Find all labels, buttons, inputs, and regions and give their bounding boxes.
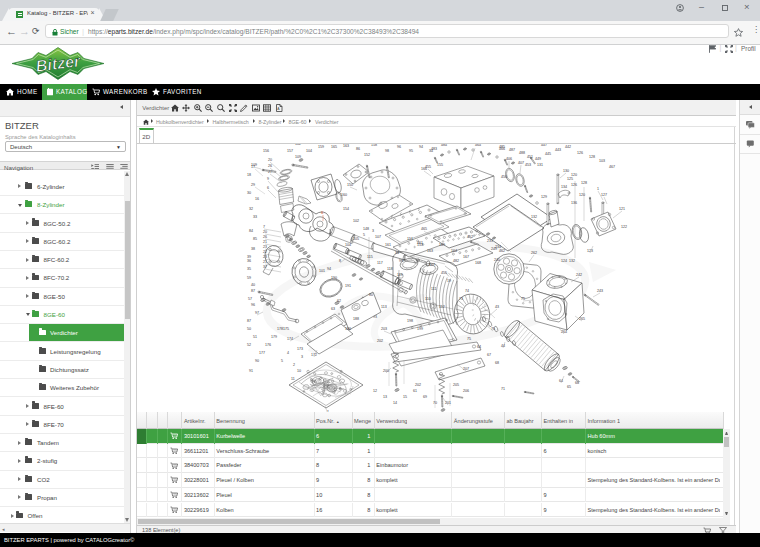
svg-text:466: 466	[499, 147, 505, 151]
svg-text:165: 165	[331, 145, 337, 149]
svg-text:190: 190	[331, 276, 337, 280]
svg-text:38: 38	[251, 247, 255, 251]
svg-text:179: 179	[271, 335, 277, 339]
svg-text:452: 452	[467, 235, 473, 239]
svg-text:161: 161	[385, 243, 391, 247]
svg-text:445: 445	[545, 152, 551, 156]
svg-text:104: 104	[345, 243, 351, 247]
svg-text:178: 178	[277, 327, 283, 331]
svg-text:101: 101	[319, 269, 325, 273]
svg-text:264: 264	[561, 330, 567, 334]
svg-text:488: 488	[519, 151, 525, 155]
svg-text:136: 136	[571, 201, 577, 205]
svg-text:455: 455	[425, 165, 431, 169]
svg-text:102: 102	[295, 144, 301, 146]
svg-text:168: 168	[475, 261, 481, 265]
svg-text:20: 20	[268, 158, 272, 162]
svg-text:174: 174	[287, 337, 293, 341]
svg-text:40: 40	[251, 283, 255, 287]
svg-text:6: 6	[267, 186, 269, 190]
svg-text:443: 443	[555, 148, 561, 152]
svg-text:11: 11	[291, 377, 295, 381]
svg-text:484: 484	[441, 144, 447, 147]
svg-text:118: 118	[387, 267, 393, 271]
svg-text:87: 87	[247, 319, 251, 323]
svg-text:66: 66	[575, 381, 579, 385]
svg-text:172: 172	[311, 353, 317, 357]
svg-text:80: 80	[369, 293, 373, 297]
svg-text:94: 94	[327, 267, 331, 271]
svg-text:6: 6	[321, 210, 324, 215]
svg-text:160: 160	[341, 193, 347, 197]
svg-text:240: 240	[494, 258, 500, 262]
svg-text:152: 152	[364, 153, 370, 157]
svg-text:7: 7	[263, 225, 265, 229]
svg-text:36: 36	[247, 259, 251, 263]
svg-text:95: 95	[409, 149, 413, 153]
svg-text:159: 159	[318, 145, 324, 149]
svg-text:96: 96	[397, 145, 401, 149]
svg-text:112: 112	[439, 305, 445, 309]
svg-text:91: 91	[249, 369, 253, 373]
svg-text:74: 74	[465, 289, 469, 293]
svg-text:111: 111	[431, 287, 436, 291]
svg-text:465: 465	[421, 227, 427, 231]
svg-text:13: 13	[383, 395, 387, 399]
svg-text:98: 98	[385, 149, 389, 153]
svg-text:26: 26	[263, 235, 267, 239]
svg-text:94: 94	[419, 145, 423, 149]
svg-text:242: 242	[576, 273, 582, 277]
svg-text:265: 265	[579, 317, 585, 321]
svg-text:26: 26	[268, 164, 272, 168]
svg-text:233: 233	[487, 239, 493, 243]
svg-text:150: 150	[347, 183, 353, 187]
svg-text:17: 17	[251, 165, 255, 169]
svg-text:110: 110	[425, 297, 431, 301]
svg-text:113: 113	[381, 305, 387, 309]
svg-text:5: 5	[363, 233, 365, 237]
svg-text:120: 120	[579, 193, 585, 197]
svg-text:198: 198	[407, 319, 413, 323]
svg-text:96: 96	[251, 303, 255, 307]
svg-text:207: 207	[463, 367, 469, 371]
svg-text:148: 148	[363, 227, 369, 231]
svg-text:175: 175	[283, 327, 289, 331]
svg-text:123: 123	[587, 249, 593, 253]
svg-text:153: 153	[417, 243, 423, 247]
svg-text:124: 124	[561, 259, 567, 263]
svg-text:130: 130	[563, 169, 569, 173]
svg-text:131: 131	[537, 163, 543, 167]
svg-text:68: 68	[495, 361, 499, 365]
svg-text:446: 446	[489, 144, 495, 145]
svg-text:173: 173	[297, 347, 303, 351]
svg-text:57: 57	[248, 297, 252, 301]
svg-text:64: 64	[477, 345, 481, 349]
svg-text:154: 154	[343, 207, 349, 211]
svg-text:188: 188	[353, 317, 359, 321]
svg-text:50: 50	[247, 327, 251, 331]
svg-text:23: 23	[263, 245, 267, 249]
svg-text:109: 109	[295, 155, 301, 159]
svg-text:35: 35	[247, 267, 251, 271]
svg-text:203: 203	[381, 327, 387, 331]
svg-text:262: 262	[531, 251, 537, 255]
svg-text:406: 406	[506, 157, 512, 161]
svg-text:163: 163	[343, 144, 349, 148]
svg-text:21: 21	[263, 260, 267, 264]
svg-text:234: 234	[495, 245, 501, 249]
svg-text:201: 201	[445, 401, 451, 405]
svg-text:407: 407	[518, 161, 524, 165]
svg-text:70: 70	[433, 401, 437, 405]
svg-text:119: 119	[397, 273, 403, 277]
svg-text:21: 21	[263, 240, 267, 244]
svg-text:103: 103	[599, 159, 605, 163]
svg-text:43: 43	[495, 305, 499, 309]
svg-text:19: 19	[447, 279, 451, 283]
svg-text:51: 51	[253, 335, 257, 339]
svg-text:127: 127	[601, 193, 607, 197]
svg-text:125: 125	[567, 177, 573, 181]
svg-text:10: 10	[297, 369, 301, 373]
svg-text:151: 151	[407, 237, 413, 241]
svg-text:5: 5	[281, 359, 283, 363]
svg-text:90: 90	[255, 359, 259, 363]
